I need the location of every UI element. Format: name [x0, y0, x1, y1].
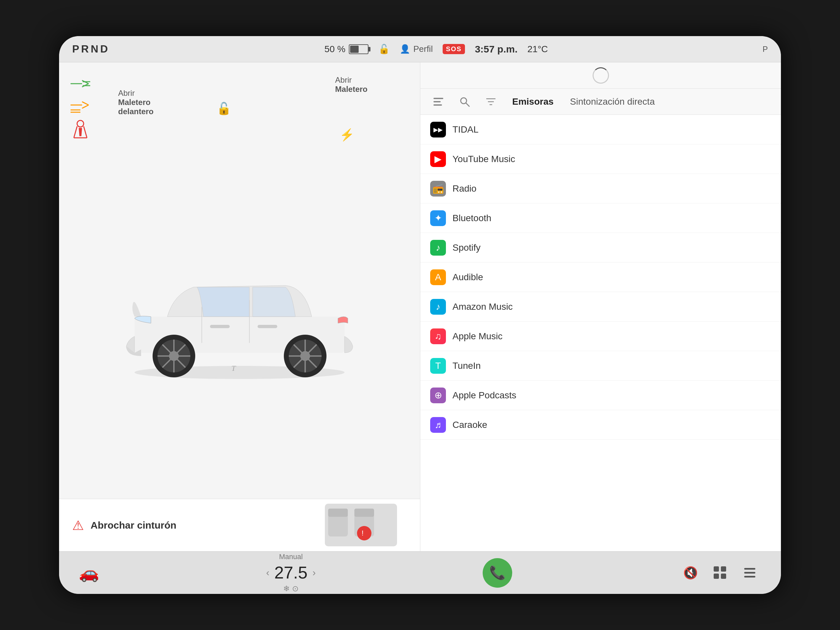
grid-icon[interactable]: [709, 561, 732, 584]
svg-rect-58: [714, 566, 719, 572]
svg-point-48: [357, 526, 371, 540]
media-item-apple-music[interactable]: ♫Apple Music: [420, 322, 781, 351]
svg-rect-64: [744, 576, 755, 578]
profile-person-icon: 👤: [399, 44, 410, 54]
battery-fill: [350, 46, 358, 53]
battery-indicator: 50 %: [325, 44, 368, 54]
warning-text: Abrochar cinturón: [90, 520, 177, 531]
svg-rect-52: [433, 104, 442, 106]
phone-button[interactable]: 📞: [483, 558, 512, 588]
svg-rect-19: [210, 325, 230, 328]
tunein-name: TuneIn: [453, 361, 481, 371]
svg-rect-63: [744, 572, 755, 573]
apple-podcasts-icon: ⊕: [430, 387, 446, 403]
status-bar-center: 50 % 🔓 👤 Perfil SOS 3:57 p.m. 21°C: [120, 44, 753, 55]
status-bar: PRND 50 % 🔓 👤 Perfil SOS 3:57 p.m. 21°C: [59, 36, 781, 62]
profile-area[interactable]: 👤 Perfil: [399, 44, 433, 54]
bluetooth-name: Bluetooth: [453, 213, 491, 223]
main-content: Abrir Maletero delantero Abrir Maletero …: [59, 62, 781, 551]
youtube-music-name: YouTube Music: [453, 154, 515, 164]
spinner-container: [420, 62, 781, 88]
rear-trunk-label[interactable]: Abrir Maletero: [335, 76, 368, 94]
filter-icon[interactable]: [483, 93, 499, 110]
warning-area: ⚠ Abrochar cinturón: [59, 499, 420, 551]
apple-music-name: Apple Music: [453, 331, 503, 341]
svg-rect-50: [433, 98, 443, 99]
media-item-bluetooth[interactable]: ✦Bluetooth: [420, 204, 781, 233]
battery-icon: [349, 44, 368, 54]
menu-dots-icon[interactable]: [738, 561, 761, 584]
phone-icon: 📞: [489, 565, 506, 581]
tesla-screen-container: PRND 50 % 🔓 👤 Perfil SOS 3:57 p.m. 21°C: [59, 36, 781, 594]
svg-text:T: T: [231, 364, 236, 373]
svg-rect-61: [721, 573, 726, 579]
media-item-apple-podcasts[interactable]: ⊕Apple Podcasts: [420, 381, 781, 410]
media-source-icon[interactable]: [430, 93, 447, 110]
volume-mute-icon[interactable]: 🔇: [679, 561, 702, 584]
tunein-icon: T: [430, 358, 446, 374]
status-bar-right: P: [763, 45, 768, 54]
car-lock-icon: 🔓: [216, 102, 231, 115]
amazon-music-icon: ♪: [430, 299, 446, 315]
tab-sintonizacion[interactable]: Sintonización directa: [567, 95, 658, 109]
media-item-radio[interactable]: 📻Radio: [420, 174, 781, 204]
parking-icon: P: [763, 45, 768, 54]
loading-spinner: [592, 67, 609, 84]
radio-icon: 📻: [430, 181, 446, 197]
svg-rect-60: [714, 573, 719, 579]
prnd-indicator: PRND: [72, 43, 110, 55]
charge-bolt-icon: ⚡: [339, 128, 354, 142]
lock-icon: 🔓: [378, 44, 390, 54]
radio-name: Radio: [453, 183, 477, 194]
front-trunk-label[interactable]: Abrir Maletero delantero: [118, 88, 153, 116]
time-display: 3:57 p.m.: [475, 44, 518, 55]
svg-rect-47: [354, 508, 374, 517]
ambient-temp: 21°C: [527, 44, 548, 54]
rear-trunk-label-text: Abrir Maletero: [335, 76, 368, 94]
ac-mode-icon: ❄ ⊙: [283, 584, 298, 593]
media-item-amazon-music[interactable]: ♪Amazon Music: [420, 292, 781, 322]
media-toolbar: Emisoras Sintonización directa: [420, 88, 781, 115]
tidal-icon: ▸▸: [430, 122, 446, 137]
temp-number: 27.5: [274, 563, 308, 583]
amazon-music-name: Amazon Music: [453, 302, 513, 312]
svg-line-54: [466, 103, 469, 106]
spotify-name: Spotify: [453, 243, 481, 253]
svg-text:!: !: [362, 529, 363, 537]
seat-placeholder: !: [325, 504, 397, 546]
seat-diagram: !: [322, 502, 400, 548]
tidal-name: TIDAL: [453, 124, 478, 135]
tesla-screen: PRND 50 % 🔓 👤 Perfil SOS 3:57 p.m. 21°C: [59, 36, 781, 594]
car-bottom-icon[interactable]: 🚗: [79, 564, 99, 583]
spotify-icon: ♪: [430, 240, 446, 256]
temp-next-icon[interactable]: ›: [313, 567, 316, 578]
temp-prev-icon[interactable]: ‹: [266, 567, 269, 578]
media-item-youtube-music[interactable]: ▶YouTube Music: [420, 144, 781, 174]
media-sources-list: ▸▸TIDAL▶YouTube Music📻Radio✦Bluetooth♪Sp…: [420, 115, 781, 551]
search-icon[interactable]: [456, 93, 473, 110]
front-trunk-label-text: Abrir Maletero delantero: [118, 88, 153, 116]
bottom-bar: 🚗 Manual ‹ 27.5 › ❄ ⊙ 📞 🔇: [59, 551, 781, 594]
media-item-tunein[interactable]: TTuneIn: [420, 351, 781, 381]
bluetooth-icon: ✦: [430, 210, 446, 226]
car-image-area: Abrir Maletero delantero Abrir Maletero …: [59, 62, 420, 551]
sos-badge[interactable]: SOS: [443, 44, 465, 54]
media-item-spotify[interactable]: ♪Spotify: [420, 233, 781, 262]
battery-percent: 50 %: [325, 44, 346, 54]
taskbar-icons: 🔇: [679, 561, 761, 584]
audible-icon: A: [430, 269, 446, 285]
media-item-audible[interactable]: AAudible: [420, 262, 781, 292]
media-panel: Emisoras Sintonización directa ▸▸TIDAL▶Y…: [420, 62, 781, 551]
car-image: T: [108, 235, 371, 379]
media-item-caraoke[interactable]: ♬Caraoke: [420, 410, 781, 440]
temp-value-display: ‹ 27.5 ›: [266, 563, 316, 583]
profile-label: Perfil: [414, 44, 433, 54]
apple-podcasts-name: Apple Podcasts: [453, 390, 516, 401]
svg-rect-20: [257, 325, 277, 328]
svg-rect-62: [744, 568, 755, 570]
tab-emisoras[interactable]: Emisoras: [509, 95, 557, 109]
warning-icon: ⚠: [72, 518, 84, 533]
media-item-tidal[interactable]: ▸▸TIDAL: [420, 115, 781, 144]
car-panel: Abrir Maletero delantero Abrir Maletero …: [59, 62, 420, 551]
audible-name: Audible: [453, 272, 483, 283]
